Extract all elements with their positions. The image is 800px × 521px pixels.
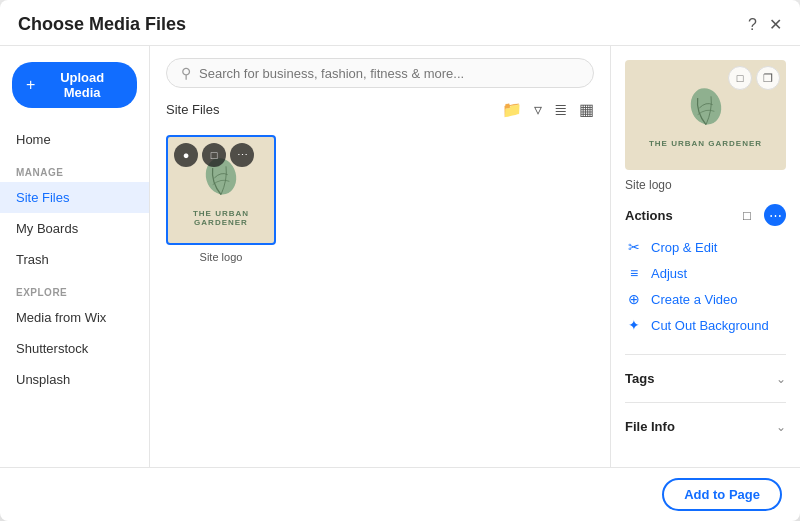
action-cut-background[interactable]: ✦ Cut Out Background [625,312,786,338]
preview-area: THE URBAN GARDENER □ ❐ [625,60,786,170]
actions-section: Actions □ ⋯ ✂ Crop & Edit ≡ Adjust ⊕ Cr [625,204,786,338]
preview-brand-text: THE URBAN GARDENER [649,139,762,148]
search-bar[interactable]: ⚲ [166,58,594,88]
sidebar-section-manage: MANAGE [0,155,149,182]
filter-icon[interactable]: ▿ [534,100,542,119]
preview-expand-icon[interactable]: ❐ [756,66,780,90]
modal-body: + Upload Media Home MANAGE Site Files My… [0,46,800,467]
brand-text: THE URBAN GARDENER [168,209,274,227]
help-icon[interactable]: ? [748,17,757,33]
sidebar-item-site-files[interactable]: Site Files [0,182,149,213]
tags-section[interactable]: Tags ⌄ [625,363,786,394]
actions-header-icons: □ ⋯ [736,204,786,226]
action-adjust[interactable]: ≡ Adjust [625,260,786,286]
file-info-label: File Info [625,419,675,434]
sidebar: + Upload Media Home MANAGE Site Files My… [0,46,150,467]
action-video-label: Create a Video [651,292,738,307]
action-cutout-label: Cut Out Background [651,318,769,333]
sidebar-item-trash[interactable]: Trash [0,244,149,275]
plus-icon: + [26,76,35,94]
action-crop-edit[interactable]: ✂ Crop & Edit [625,234,786,260]
files-grid: THE URBAN GARDENER ● □ ⋯ Site logo [150,127,610,467]
close-icon[interactable]: ✕ [769,17,782,33]
file-name-label: Site logo [200,251,243,263]
preview-top-icons: □ ❐ [728,66,780,90]
file-info-chevron-icon: ⌄ [776,420,786,434]
actions-title: Actions [625,208,673,223]
file-info-section[interactable]: File Info ⌄ [625,411,786,442]
thumb-edit-icon[interactable]: □ [202,143,226,167]
action-crop-label: Crop & Edit [651,240,717,255]
actions-header: Actions □ ⋯ [625,204,786,226]
modal-footer: Add to Page [0,467,800,521]
file-thumbnail: THE URBAN GARDENER ● □ ⋯ [166,135,276,245]
upload-button-label: Upload Media [41,70,123,100]
files-label: Site Files [166,102,219,117]
sidebar-item-shutterstock[interactable]: Shutterstock [0,333,149,364]
action-square-icon[interactable]: □ [736,204,758,226]
preview-logo: THE URBAN GARDENER [649,83,762,148]
files-header: Site Files 📁 ▿ ≣ ▦ [150,96,610,127]
modal-title: Choose Media Files [18,14,186,35]
action-more-icon[interactable]: ⋯ [764,204,786,226]
search-input[interactable] [199,66,579,81]
preview-leaf-svg [681,83,731,133]
thumb-overlay: ● □ ⋯ [174,143,254,167]
sidebar-item-home[interactable]: Home [0,124,149,155]
video-icon: ⊕ [625,291,643,307]
sidebar-section-explore: EXPLORE [0,275,149,302]
files-actions: 📁 ▿ ≣ ▦ [502,100,594,119]
main-content: ⚲ Site Files 📁 ▿ ≣ ▦ [150,46,610,467]
media-modal: Choose Media Files ? ✕ + Upload Media Ho… [0,0,800,521]
search-icon: ⚲ [181,65,191,81]
thumb-eye-icon[interactable]: ● [174,143,198,167]
action-adjust-label: Adjust [651,266,687,281]
divider-file-info [625,402,786,403]
cutout-icon: ✦ [625,317,643,333]
crop-icon: ✂ [625,239,643,255]
thumb-more-icon[interactable]: ⋯ [230,143,254,167]
divider-tags [625,354,786,355]
add-to-page-button[interactable]: Add to Page [662,478,782,511]
action-create-video[interactable]: ⊕ Create a Video [625,286,786,312]
list-item[interactable]: THE URBAN GARDENER ● □ ⋯ Site logo [166,135,276,263]
tags-chevron-icon: ⌄ [776,372,786,386]
preview-copy-icon[interactable]: □ [728,66,752,90]
modal-header: Choose Media Files ? ✕ [0,0,800,46]
sidebar-item-my-boards[interactable]: My Boards [0,213,149,244]
right-panel: THE URBAN GARDENER □ ❐ Site logo Actions… [610,46,800,467]
upload-folder-icon[interactable]: 📁 [502,100,522,119]
grid-icon[interactable]: ▦ [579,100,594,119]
upload-media-button[interactable]: + Upload Media [12,62,137,108]
main-toolbar: ⚲ [150,46,610,96]
tags-label: Tags [625,371,654,386]
sort-icon[interactable]: ≣ [554,100,567,119]
adjust-icon: ≡ [625,265,643,281]
sidebar-item-unsplash[interactable]: Unsplash [0,364,149,395]
sidebar-item-media-from-wix[interactable]: Media from Wix [0,302,149,333]
svg-point-1 [686,84,724,127]
modal-header-icons: ? ✕ [748,17,782,33]
preview-label: Site logo [625,178,786,192]
